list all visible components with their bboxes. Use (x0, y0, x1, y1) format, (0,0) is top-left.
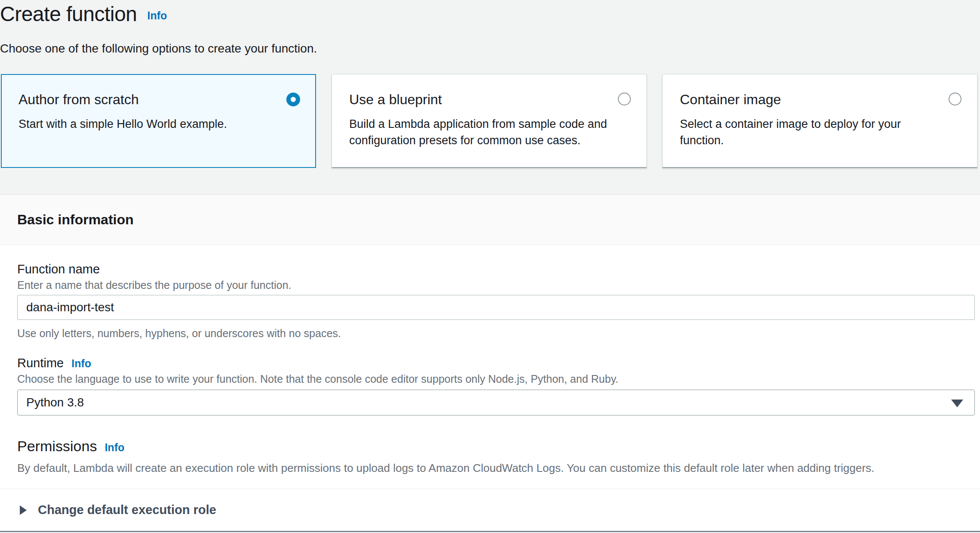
page-title: Create function (0, 2, 137, 27)
option-card-description: Build a Lambda application from sample c… (349, 116, 616, 149)
option-card-description: Select a container image to deploy for y… (680, 116, 947, 149)
option-card-use-a-blueprint[interactable]: Use a blueprint Build a Lambda applicati… (332, 74, 647, 168)
radio-use-a-blueprint[interactable] (618, 93, 631, 105)
function-name-constraint: Use only letters, numbers, hyphens, or u… (17, 327, 975, 340)
basic-information-heading: Basic information (17, 212, 133, 227)
radio-container-image[interactable] (949, 93, 961, 105)
function-name-field: Function name Enter a name that describe… (17, 261, 975, 340)
creation-option-cards: Author from scratch Start with a simple … (1, 74, 977, 168)
runtime-select[interactable]: Python 3.8 (17, 390, 975, 415)
option-card-title: Use a blueprint (349, 90, 442, 109)
change-default-execution-role-label: Change default execution role (38, 503, 216, 517)
page-subtitle: Choose one of the following options to c… (0, 41, 980, 56)
option-card-title: Container image (680, 90, 781, 109)
basic-information-container: Basic information Function name Enter a … (0, 194, 980, 533)
permissions-description: By default, Lambda will create an execut… (17, 461, 975, 475)
create-function-info-link[interactable]: Info (147, 9, 167, 22)
change-default-execution-role-toggle[interactable]: Change default execution role (0, 489, 980, 531)
permissions-section: Permissions Info By default, Lambda will… (17, 437, 975, 475)
runtime-field: Runtime Info Choose the language to use … (17, 355, 975, 415)
runtime-description: Choose the language to use to write your… (17, 372, 975, 385)
runtime-info-link[interactable]: Info (71, 357, 91, 370)
function-name-label: Function name (17, 261, 100, 277)
option-card-title: Author from scratch (19, 90, 139, 109)
function-name-input[interactable] (17, 295, 975, 320)
chevron-down-icon (951, 400, 963, 407)
function-name-description: Enter a name that describes the purpose … (17, 279, 975, 291)
basic-information-body: Function name Enter a name that describe… (0, 245, 980, 489)
permissions-info-link[interactable]: Info (105, 441, 124, 454)
caret-right-icon (20, 505, 27, 515)
radio-author-from-scratch-selected[interactable] (286, 93, 300, 106)
permissions-heading: Permissions (17, 437, 97, 455)
page-header: Create function Info Choose one of the f… (0, 0, 980, 56)
runtime-selected-value: Python 3.8 (26, 396, 84, 409)
option-card-author-from-scratch[interactable]: Author from scratch Start with a simple … (1, 74, 316, 168)
basic-information-header: Basic information (0, 195, 980, 245)
runtime-label: Runtime (17, 355, 64, 371)
option-card-description: Start with a simple Hello World example. (19, 116, 285, 132)
option-card-container-image[interactable]: Container image Select a container image… (662, 74, 977, 168)
